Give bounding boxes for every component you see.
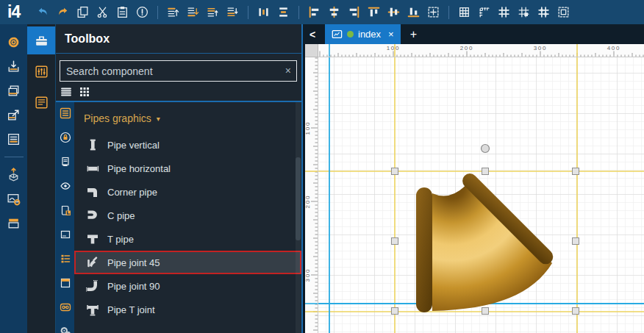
sidebar-item-settings-gear[interactable]	[6, 30, 21, 54]
align-center-button[interactable]	[324, 3, 344, 22]
selection-handle[interactable]	[392, 238, 398, 245]
selection-handle[interactable]	[573, 168, 579, 175]
bring-forward-button[interactable]	[203, 3, 223, 22]
tab-index[interactable]: index ×	[325, 24, 401, 44]
category-panel-icon[interactable]	[60, 277, 71, 289]
align-bottom-button[interactable]	[404, 3, 423, 22]
svg-text:300: 300	[534, 45, 548, 51]
toolbar-separator	[248, 6, 248, 19]
pipe-joint-90-icon	[85, 279, 100, 293]
tab-close-icon[interactable]: ×	[388, 29, 394, 40]
tool-rail-properties-sliders[interactable]	[27, 57, 55, 85]
selection-handle[interactable]	[573, 308, 579, 315]
page-icon	[332, 29, 343, 39]
category-frame-icon[interactable]	[60, 229, 71, 240]
toolbar-separator	[448, 6, 449, 19]
search-input[interactable]	[60, 61, 296, 81]
grid-objects-button[interactable]	[514, 3, 534, 22]
copy-button[interactable]	[73, 3, 93, 22]
component-item-pipe-t-joint[interactable]: Pipe T joint	[74, 298, 301, 321]
design-canvas[interactable]	[318, 57, 644, 333]
tool-rail-form-list[interactable]	[27, 88, 55, 116]
info-button[interactable]	[132, 3, 152, 22]
component-item-pipe-vertical[interactable]: Pipe vertical	[74, 133, 301, 157]
sidebar-item-event-list[interactable]	[6, 127, 21, 151]
grid-view-icon[interactable]	[79, 86, 90, 98]
vertical-ruler: 100200300	[305, 57, 318, 333]
new-tab-button[interactable]: +	[410, 28, 417, 41]
toolbar-separator	[157, 6, 158, 19]
primary-sidebar	[0, 24, 27, 333]
category-components-icon[interactable]	[60, 107, 71, 119]
zoom-to-fit-button[interactable]	[423, 3, 443, 22]
distribute-horizontal-button[interactable]	[254, 3, 273, 22]
component-item-pipe-joint-90[interactable]: Pipe joint 90	[74, 274, 301, 298]
component-item-corner-pipe[interactable]: Corner pipe	[74, 180, 301, 204]
sidebar-item-projects[interactable]	[6, 79, 21, 103]
search-clear-icon[interactable]: ×	[285, 64, 291, 77]
align-top-button[interactable]	[364, 3, 384, 22]
selection-handle[interactable]	[392, 308, 398, 315]
send-to-back-button[interactable]	[183, 3, 203, 22]
selection-handle[interactable]	[573, 238, 579, 245]
selection-handle[interactable]	[482, 308, 489, 315]
category-link-icon[interactable]	[60, 301, 71, 313]
component-label: C pipe	[107, 210, 135, 221]
cut-button[interactable]	[93, 3, 112, 22]
category-security-lock-icon[interactable]	[60, 132, 71, 143]
rotation-handle[interactable]	[482, 145, 490, 153]
snap-lines-button[interactable]	[534, 3, 554, 22]
send-backward-button[interactable]	[223, 3, 243, 22]
list-view-icon[interactable]	[60, 86, 72, 98]
svg-text:100: 100	[305, 121, 311, 135]
pipe-joint-45-icon	[85, 256, 100, 269]
ruler-corner	[305, 44, 318, 57]
tab-label: index	[358, 29, 381, 40]
show-bounds-button[interactable]	[554, 3, 573, 22]
svg-text:400: 400	[607, 45, 621, 51]
align-middle-button[interactable]	[384, 3, 404, 22]
sidebar-item-image-settings[interactable]	[6, 187, 21, 211]
category-header[interactable]: Pipes graphics ▾	[74, 110, 301, 133]
editor-area: < index × + 100200300400 100200300	[303, 24, 644, 333]
tab-bar: < index × +	[303, 24, 644, 44]
pipe-horizontal-icon	[85, 162, 100, 175]
align-left-button[interactable]	[304, 3, 324, 22]
component-item-c-pipe[interactable]: C pipe	[74, 204, 301, 227]
category-rail	[56, 102, 74, 333]
svg-text:100: 100	[387, 45, 401, 51]
show-grid-button[interactable]	[454, 3, 474, 22]
align-right-button[interactable]	[344, 3, 364, 22]
sidebar-item-export[interactable]	[6, 103, 21, 127]
component-item-pipe-joint-45[interactable]: Pipe joint 45	[74, 251, 301, 274]
category-library-icon[interactable]	[60, 204, 71, 216]
undo-button[interactable]	[33, 3, 53, 22]
app-window: i4 Toolbox × Pipes graphics ▾ Pipe verti…	[0, 0, 644, 333]
sidebar-item-import[interactable]	[6, 54, 21, 79]
tool-rail-toolbox-case[interactable]	[27, 26, 55, 54]
scrollbar-thumb[interactable]	[296, 157, 301, 240]
sidebar-item-deploy-box[interactable]	[6, 162, 21, 187]
category-visibility-eye-icon[interactable]	[60, 180, 71, 192]
view-toggle-row	[56, 82, 301, 102]
category-table-icon[interactable]	[60, 253, 71, 265]
component-item-t-pipe[interactable]: T pipe	[74, 227, 301, 251]
component-label: Pipe horizontal	[107, 163, 171, 174]
category-label: Pipes graphics	[84, 112, 151, 124]
snap-to-grid-button[interactable]	[494, 3, 514, 22]
redo-button[interactable]	[53, 3, 73, 22]
selection-handle[interactable]	[392, 168, 398, 175]
paste-button[interactable]	[112, 3, 132, 22]
selection-handle[interactable]	[482, 168, 489, 175]
category-scripts-icon[interactable]	[60, 156, 71, 168]
show-rulers-button[interactable]	[474, 3, 494, 22]
tab-scroll-left-button[interactable]: <	[303, 29, 322, 40]
component-item-pipe-horizontal[interactable]: Pipe horizontal	[74, 157, 301, 180]
toolbar-separator	[298, 6, 299, 19]
sidebar-item-archive[interactable]	[6, 211, 21, 235]
bring-to-front-button[interactable]	[163, 3, 183, 22]
toolbox-scrollbar[interactable]	[296, 102, 301, 333]
svg-text:300: 300	[305, 268, 311, 282]
distribute-vertical-button[interactable]	[273, 3, 293, 22]
category-services-gears-icon[interactable]	[60, 326, 71, 333]
